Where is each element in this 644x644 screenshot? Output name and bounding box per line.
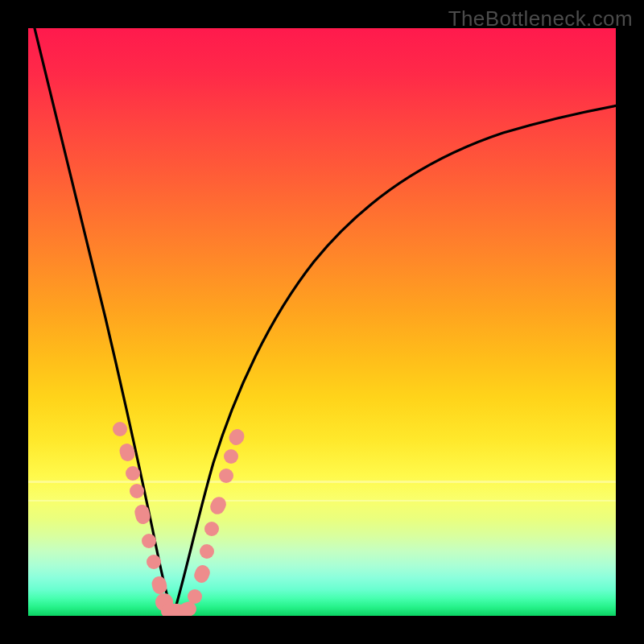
marker-dot (130, 484, 144, 498)
plot-area (28, 28, 616, 616)
marker-dot (204, 522, 219, 536)
marker-dot (188, 589, 202, 604)
marker-dot (113, 422, 127, 436)
marker-dot (147, 555, 161, 569)
marker-dot (142, 534, 156, 548)
bottleneck-curve (28, 28, 616, 616)
marker-dot (126, 466, 140, 481)
marker-dot (200, 544, 214, 559)
watermark-text: TheBottleneck.com (448, 6, 633, 31)
marker-dot (219, 469, 233, 483)
chart-frame: TheBottleneck.com (0, 0, 644, 644)
marker-dot (224, 449, 238, 464)
